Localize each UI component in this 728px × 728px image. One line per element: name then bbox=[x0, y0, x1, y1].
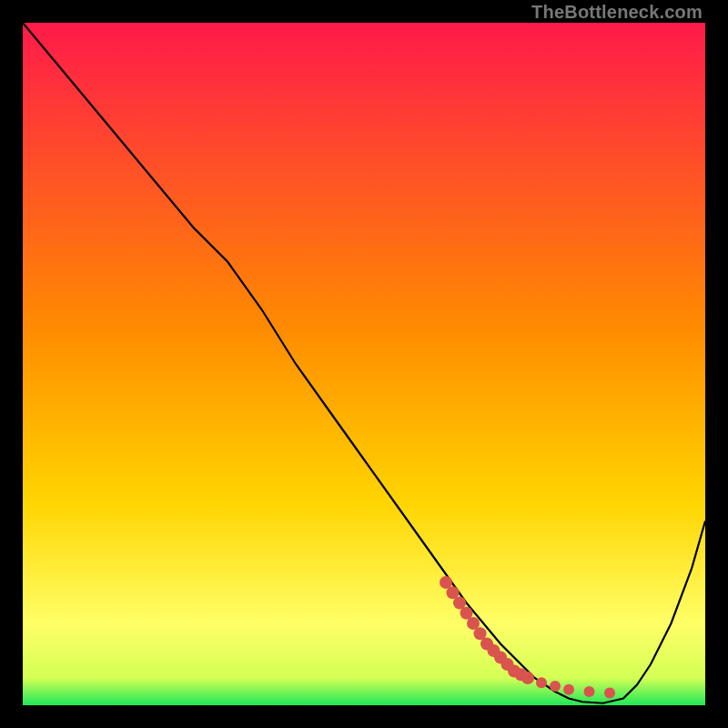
chart-svg bbox=[23, 23, 705, 705]
highlight-dot bbox=[563, 684, 574, 695]
highlight-dot bbox=[584, 686, 595, 697]
highlight-dot bbox=[604, 688, 615, 699]
watermark-text: TheBottleneck.com bbox=[531, 2, 703, 23]
highlight-dot bbox=[521, 672, 534, 684]
highlight-dot bbox=[550, 681, 561, 692]
plot-area bbox=[23, 23, 705, 705]
gradient-bg bbox=[23, 23, 705, 705]
highlight-dot bbox=[536, 677, 547, 688]
chart-frame: TheBottleneck.com bbox=[0, 0, 728, 728]
